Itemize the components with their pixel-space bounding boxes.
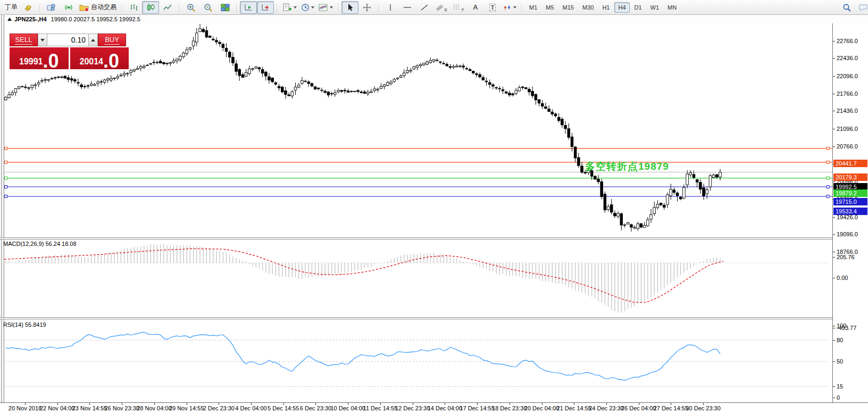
tick-mark <box>833 58 835 59</box>
sell-button[interactable]: SELL <box>10 34 38 46</box>
line-handle[interactable] <box>827 195 829 197</box>
candle-body <box>215 40 218 42</box>
volume-decrease-button[interactable] <box>38 34 47 46</box>
sell-price-display[interactable]: 19991 .0 <box>10 47 69 69</box>
equidistant-channel-tool-button[interactable]: E <box>433 1 450 14</box>
line-chart-button[interactable] <box>159 1 176 14</box>
timeframe-mn-button[interactable]: MN <box>664 2 680 13</box>
horizontal-line-tool-button[interactable] <box>399 1 416 14</box>
time-axis[interactable]: 20 Nov 201822 Nov 04:0023 Nov 14:5526 No… <box>0 402 868 413</box>
candle-body <box>5 97 7 100</box>
candle-body <box>561 119 564 125</box>
price-axis[interactable]: 22766.022436.022096.021766.021436.021096… <box>833 23 868 406</box>
line-handle[interactable] <box>827 177 829 179</box>
candle-body <box>307 82 310 84</box>
candle-body <box>475 73 478 75</box>
price-tag: 20179.3 <box>833 174 867 181</box>
tile-windows-button[interactable] <box>216 1 233 14</box>
candle-body <box>51 78 53 79</box>
signals-button[interactable] <box>60 1 77 14</box>
line-handle[interactable] <box>827 161 829 163</box>
candle-body <box>113 78 116 79</box>
candle-body <box>120 75 122 76</box>
line-handle[interactable] <box>5 161 7 163</box>
timeframe-m1-button[interactable]: M1 <box>525 2 541 13</box>
buy-button[interactable]: BUY <box>98 34 126 46</box>
bar-chart-button[interactable] <box>125 1 142 14</box>
candle-body <box>149 64 152 64</box>
indicators-button[interactable] <box>316 1 335 14</box>
line-handle[interactable] <box>5 177 7 179</box>
vertical-line-tool-button[interactable] <box>382 1 399 14</box>
timeframe-d1-button[interactable]: D1 <box>631 2 646 13</box>
time-tick-mark <box>413 403 413 405</box>
volume-increase-button[interactable] <box>88 34 98 46</box>
zoom-in-button[interactable] <box>182 1 199 14</box>
triangle-down-icon <box>40 39 45 42</box>
line-handle[interactable] <box>5 195 7 197</box>
candle-body <box>488 82 491 85</box>
search-button[interactable] <box>838 1 855 14</box>
candle-body <box>133 70 136 71</box>
candle-body <box>393 79 396 81</box>
candle-body <box>472 71 474 73</box>
zoom-in-icon <box>187 3 196 12</box>
candle-body <box>508 93 511 95</box>
text-label-icon: T <box>489 4 496 11</box>
timeframe-m30-button[interactable]: M30 <box>579 2 597 13</box>
text-label-tool-button[interactable]: T <box>484 1 501 14</box>
arrows-tool-button[interactable] <box>501 1 519 14</box>
chart-title-bar[interactable]: JPN225-,H4 19980.0 20027.5 19952.5 19992… <box>4 15 868 24</box>
timeframe-w1-button[interactable]: W1 <box>647 2 663 13</box>
timeframe-h1-button[interactable]: H1 <box>598 2 613 13</box>
fibonacci-tool-button[interactable]: F <box>450 1 467 14</box>
new-chart-button[interactable] <box>280 1 299 14</box>
line-handle[interactable] <box>5 185 7 188</box>
crosshair-tool-button[interactable] <box>358 1 375 14</box>
buy-price-display[interactable]: 20014 .0 <box>70 47 129 69</box>
trendline-tool-button[interactable] <box>416 1 433 14</box>
price-tick: 21766.0 <box>837 90 858 97</box>
candle-body <box>413 67 415 69</box>
period-button[interactable] <box>299 1 316 14</box>
candle-body <box>548 109 550 112</box>
market-watch-button[interactable] <box>20 1 37 14</box>
price-tick: 19096.0 <box>837 231 858 237</box>
candle-body <box>528 89 531 92</box>
zoom-out-button[interactable] <box>199 1 216 14</box>
candle-body <box>482 78 485 80</box>
price-tag: 19533.4 <box>833 208 867 215</box>
auto-scroll-button[interactable] <box>240 1 257 14</box>
line-handle[interactable] <box>827 185 829 188</box>
time-label: 6 Dec 23:30 <box>300 405 331 411</box>
cursor-tool-button[interactable] <box>341 1 358 14</box>
chart-shift-button[interactable] <box>257 1 274 14</box>
new-order-button[interactable]: 丁单 <box>1 1 20 14</box>
time-label: 14 Dec 04:00 <box>428 405 462 411</box>
rsi-label: RSI(14) 55.8419 <box>3 321 46 328</box>
line-handle[interactable] <box>5 147 7 150</box>
volume-input[interactable] <box>47 34 88 46</box>
terminal-button[interactable] <box>43 1 60 14</box>
price-tag: 19879.2 <box>833 189 867 197</box>
tick-mark <box>833 398 835 398</box>
text-tool-button[interactable]: A <box>467 1 484 14</box>
time-tick-mark <box>122 403 122 405</box>
candle-body <box>146 65 149 65</box>
candle-body <box>241 75 244 77</box>
line-handle[interactable] <box>827 147 829 150</box>
candle-body <box>169 63 172 63</box>
candlestick-chart-button[interactable] <box>142 1 159 14</box>
tick-mark <box>833 328 835 328</box>
timeframe-m5-button[interactable]: M5 <box>542 2 557 13</box>
chart-annotation-text[interactable]: 多空转折点19879 <box>585 160 669 174</box>
timeframe-m15-button[interactable]: M15 <box>559 2 578 13</box>
rsi-axis-tick: 50 <box>837 358 843 365</box>
candle-body <box>61 77 63 78</box>
timeframe-h4-button[interactable]: H4 <box>614 2 629 13</box>
price-tick: 22096.0 <box>837 73 858 79</box>
chat-button[interactable] <box>855 1 868 14</box>
fibonacci-icon <box>453 3 461 12</box>
autotrading-button[interactable]: 自动交易 <box>77 1 119 14</box>
price-tag: 19715.0 <box>833 198 867 205</box>
